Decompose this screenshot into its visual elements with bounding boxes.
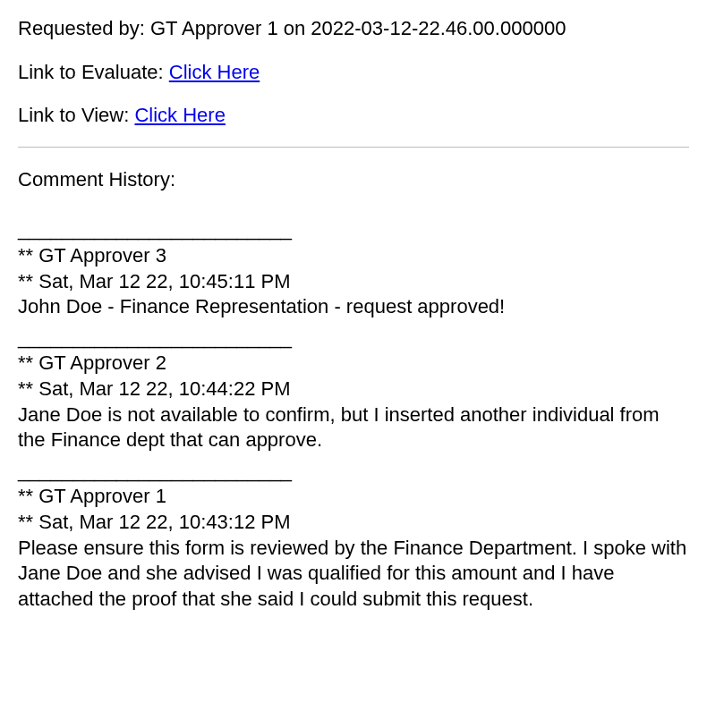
comment-approver: ** GT Approver 1 [18, 484, 689, 510]
comment-separator: _________________________ [18, 217, 689, 243]
comment-timestamp: ** Sat, Mar 12 22, 10:45:11 PM [18, 269, 689, 295]
comment-history-title: Comment History: [18, 167, 689, 193]
comment-separator: _________________________ [18, 459, 689, 485]
view-row: Link to View: Click Here [18, 103, 689, 129]
comment-separator: _________________________ [18, 326, 689, 351]
comment-timestamp: ** Sat, Mar 12 22, 10:43:12 PM [18, 510, 689, 536]
comment-body: Please ensure this form is reviewed by t… [18, 536, 689, 613]
requested-by-line: Requested by: GT Approver 1 on 2022-03-1… [18, 16, 689, 42]
comment-body: John Doe - Finance Representation - requ… [18, 294, 689, 320]
comment-approver: ** GT Approver 2 [18, 351, 689, 377]
evaluate-label: Link to Evaluate: [18, 61, 169, 83]
view-link[interactable]: Click Here [134, 104, 225, 126]
comment-timestamp: ** Sat, Mar 12 22, 10:44:22 PM [18, 377, 689, 402]
section-divider [18, 147, 689, 148]
evaluate-link[interactable]: Click Here [169, 61, 260, 83]
comment-entry: ** GT Approver 2 ** Sat, Mar 12 22, 10:4… [18, 351, 689, 453]
evaluate-row: Link to Evaluate: Click Here [18, 60, 689, 86]
view-label: Link to View: [18, 104, 134, 126]
comment-entry: ** GT Approver 1 ** Sat, Mar 12 22, 10:4… [18, 484, 689, 612]
comment-entry: ** GT Approver 3 ** Sat, Mar 12 22, 10:4… [18, 243, 689, 320]
comment-approver: ** GT Approver 3 [18, 243, 689, 269]
comment-body: Jane Doe is not available to confirm, bu… [18, 402, 689, 453]
